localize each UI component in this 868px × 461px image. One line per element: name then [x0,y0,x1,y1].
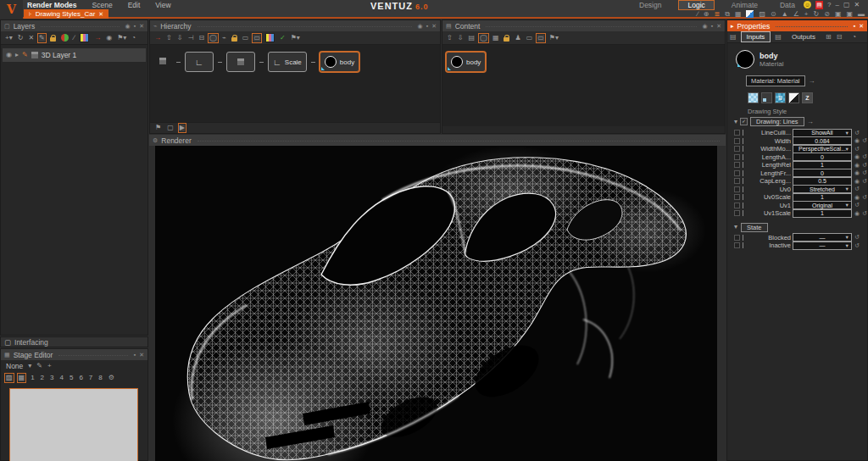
flag-icon[interactable]: ⚑▾ [549,35,559,42]
ventuz-logo[interactable]: V [0,0,23,19]
link-tool-icon[interactable]: ⧉ [725,11,730,18]
reset-icon[interactable]: ↺ [854,242,860,249]
eye-icon[interactable]: ◉ [125,23,131,30]
add-layer-icon[interactable]: +▾ [5,35,13,42]
property-checkbox[interactable] [734,178,740,184]
stage-preset-select[interactable]: None [6,362,23,370]
tab-outputs[interactable]: Outputs [787,32,821,42]
mode-button-animate[interactable]: Animate [726,1,763,9]
render-options-icon[interactable] [61,34,69,42]
property-value[interactable]: Stretched▼ [793,185,852,193]
move-down-icon[interactable]: ⇩ [177,35,183,42]
reset-icon[interactable]: ↺ [862,169,867,176]
menu-view[interactable]: View [155,1,170,9]
property-checkbox[interactable] [734,170,740,176]
tab-drawing-styles-car[interactable]: ⊦ Drawing Styles_Car ✕ [24,9,108,19]
mask-icon[interactable] [746,10,754,18]
shading-swatch[interactable] [788,92,799,103]
close-icon[interactable]: ✕ [716,23,721,30]
no-render-icon[interactable]: ⊘ [824,11,830,18]
property-value[interactable]: 0.084 [793,136,852,145]
stage-link-icon[interactable]: ▨ [6,375,13,381]
content-node-canvas[interactable]: body [442,45,725,126]
layers-icon[interactable]: ▤ [468,35,475,42]
reset-icon[interactable]: ↺ [862,178,867,185]
eye-icon[interactable]: ◉ [6,52,12,58]
cone-icon[interactable]: ▲ [782,11,788,18]
interfacing-panel-header[interactable]: ▢ Interfacing [0,336,148,347]
property-checkbox[interactable] [734,210,740,216]
reset-icon[interactable]: ↺ [862,153,867,160]
collapse-icon[interactable]: ⊣ [187,35,193,42]
stage-number-7[interactable]: 7 [89,374,92,381]
edit-layer-icon[interactable]: ✎ [39,35,45,42]
animation-dot-icon[interactable]: ◉ [854,137,860,144]
body-content-node[interactable]: body [446,52,486,72]
reset-icon[interactable]: ↺ [854,202,860,208]
menu-edit[interactable]: Edit [128,1,141,9]
close-icon[interactable]: ✕ [139,23,144,30]
property-value[interactable]: 1 [793,161,852,169]
rotate-icon[interactable]: ↻ [813,11,819,18]
close-icon[interactable]: ✕ [859,23,864,30]
property-value[interactable]: 0 [793,169,852,177]
stage-number-4[interactable]: 4 [59,374,63,381]
property-checkbox[interactable] [734,242,740,248]
collapse-icon[interactable]: ▾ [734,119,737,125]
zbuffer-swatch[interactable]: Z [802,92,813,103]
eye-icon[interactable]: ◉ [418,23,423,30]
stage-number-8[interactable]: 8 [98,374,102,381]
property-value[interactable]: PerspectiveScal...▼ [793,145,852,153]
comment-icon[interactable]: ▭ [526,35,533,42]
stage-number-5[interactable]: 5 [70,374,73,381]
palette-icon[interactable] [265,33,275,42]
property-checkbox[interactable] [734,186,740,192]
comment-icon[interactable]: ▭ [242,35,249,42]
lock-icon[interactable] [231,37,237,42]
animation-dot-icon[interactable]: ◉ [854,162,860,169]
axis-node[interactable]: ∟ [185,52,214,72]
grid-icon[interactable]: ▦ [492,35,499,42]
layer-root-node[interactable] [153,52,172,70]
layer-settings-icon[interactable]: ◔ [131,35,136,42]
expand-icon[interactable]: ⊟ [198,35,204,42]
animation-dot-icon[interactable]: ◉ [854,178,860,185]
scale-node[interactable]: ∟Scale [268,52,307,72]
body-material-node[interactable]: body [320,52,359,72]
pen-tool-icon[interactable]: ∕ [697,11,698,18]
property-value[interactable]: —▼ [793,242,852,250]
circle-node-icon[interactable]: ◯ [209,35,217,42]
animation-dot-icon[interactable]: ◉ [854,169,860,176]
pin-icon[interactable]: ▪ [854,23,855,29]
layer-list-icon[interactable]: ≣ [714,11,720,18]
palette-icon[interactable] [80,33,89,42]
surface-swatch[interactable] [761,92,772,103]
pin-icon[interactable]: ▪ [426,23,428,29]
material-field[interactable]: Material: Material [746,75,805,86]
tree-icon[interactable]: ⌁ [222,35,226,42]
stage-preview[interactable] [9,388,138,461]
grid-tool-icon[interactable]: ▦ [735,11,742,18]
maximize-icon[interactable]: ▢ [843,2,850,8]
property-value[interactable]: Original▼ [793,201,852,209]
reset-icon[interactable]: ↺ [854,130,860,136]
stage-number-3[interactable]: 3 [50,374,53,381]
gear-icon[interactable]: ◔ [852,34,856,41]
merge-icon[interactable]: ⊟ [837,34,843,41]
texture-swatch[interactable] [748,92,759,103]
pin-icon[interactable]: ▪ [134,23,136,29]
flag-icon[interactable]: ⚑▾ [117,35,126,42]
property-checkbox[interactable] [734,194,740,200]
group-title[interactable]: Drawing: Lines [750,117,804,126]
reset-icon[interactable]: ↺ [862,137,867,144]
link-icon[interactable]: → [807,119,814,125]
menu-render-modes[interactable]: Render Modes [27,1,77,9]
property-checkbox[interactable] [734,138,740,144]
pin-icon[interactable]: ▪ [134,352,136,358]
state-group-title[interactable]: State [741,223,768,232]
gear-icon[interactable]: ⚙ [153,137,158,144]
world-node[interactable] [226,52,255,72]
move-up-icon[interactable]: ⇧ [166,35,172,42]
delete-layer-icon[interactable]: ✕ [28,35,34,42]
animation-dot-icon[interactable]: ◉ [854,153,860,160]
